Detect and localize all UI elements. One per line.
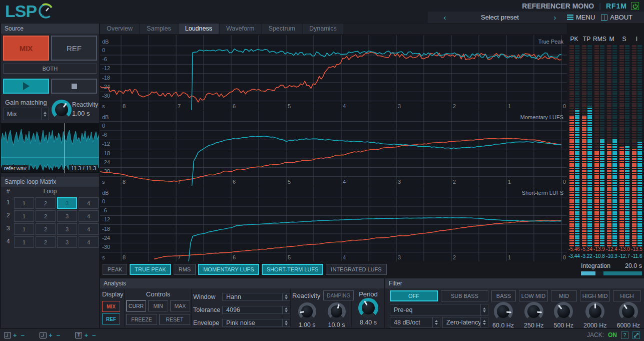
window-scale-icon[interactable] [4,332,11,338]
matrix-cell-button[interactable]: 3 [57,223,77,235]
matrix-cell-button[interactable]: 1 [14,210,34,222]
display-mix-toggle[interactable]: MIX [102,301,120,312]
toggle-peak[interactable]: PEAK [103,264,127,275]
control-reset[interactable]: RESET [159,314,190,325]
font-minus-button[interactable]: − [92,331,96,339]
stop-button[interactable] [51,79,97,94]
filter-band-high[interactable]: HIGH [613,290,641,301]
matrix-cell-button[interactable]: 2 [36,236,56,248]
status-bar: +− +− T +− JACK: ON ? [0,329,644,341]
meter-value-ref: -10.3 [605,253,618,260]
knob-pointer [325,300,347,322]
param-dropdown-window[interactable]: Hann [222,293,290,301]
about-button[interactable]: ABOUT [601,14,632,21]
param-row-envelope: EnvelopePink noise [193,316,290,329]
control-min[interactable]: MIN [148,300,168,311]
tab-loudness[interactable]: Loudness [179,24,219,34]
preset-label[interactable]: Select preset [450,14,550,21]
gain-mode-dropdown[interactable]: Mix [3,108,49,120]
power-button[interactable] [631,2,639,10]
help-button[interactable]: ? [621,331,628,339]
source-ref-button[interactable]: REF [51,36,97,61]
filter-freq-knob-2[interactable] [524,302,543,321]
analysis-reactivity-knob-1[interactable] [298,302,316,320]
matrix-cell-button[interactable]: 1 [14,197,34,209]
meter-value-ref: -3.44 [568,253,580,260]
scale2-minus-button[interactable]: − [57,331,61,339]
spinner-icon[interactable] [480,317,488,327]
period-knob[interactable] [358,298,378,318]
toggle-true-peak[interactable]: TRUE PEAK [130,264,171,275]
spinner-icon[interactable] [282,293,290,300]
svg-text:s: s [102,254,105,260]
control-freeze[interactable]: FREEZE [126,314,157,325]
source-both-button[interactable]: BOTH [3,64,97,74]
param-dropdown-envelope[interactable]: Pink noise [222,319,290,327]
tab-samples[interactable]: Samples [140,24,178,34]
waveform-filename: refer.wav [2,165,29,172]
spinner-icon[interactable] [41,108,49,120]
tab-overview[interactable]: Overview [100,24,139,34]
reference-waveform[interactable]: refer.wav 11.3 / 11.3 [1,123,99,173]
filter-freq-knob-1[interactable] [494,302,513,321]
control-curr[interactable]: CURR [126,300,146,311]
toggle-integrated-lufs[interactable]: INTEGRATED LUFS [326,264,386,275]
gain-reactivity-knob[interactable] [52,100,72,120]
filter-freq-knob-4[interactable] [585,302,604,321]
spinner-icon[interactable] [282,319,290,326]
scale2-plus-button[interactable]: + [49,331,53,339]
preset-next-button[interactable]: › [550,13,560,22]
matrix-cell-button[interactable]: 4 [79,236,99,248]
matrix-cell-button[interactable]: 3 [57,197,77,209]
latency-mode-dropdown[interactable]: Zero-latency (IIR) [442,317,488,328]
spinner-icon[interactable] [432,317,440,327]
matrix-cell-button[interactable]: 4 [79,197,99,209]
matrix-cell-button[interactable]: 4 [79,210,99,222]
tab-dynamics[interactable]: Dynamics [303,24,343,34]
tab-waveform[interactable]: Waveform [220,24,261,34]
spinner-icon[interactable] [480,304,488,315]
play-button[interactable] [3,79,49,94]
toggle-momentary-lufs[interactable]: MOMENTARY LUFS [198,264,259,275]
integration-fader[interactable] [581,271,642,275]
matrix-cell-button[interactable]: 1 [14,223,34,235]
matrix-cell-button[interactable]: 3 [57,210,77,222]
filter-band-sub-bass[interactable]: SUB BASS [441,290,488,301]
matrix-cell-button[interactable]: 4 [79,223,99,235]
matrix-cell-button[interactable]: 2 [36,223,56,235]
font-scale-icon[interactable]: T [75,332,82,338]
toggle-short-term-lufs[interactable]: SHORT-TERM LUFS [262,264,324,275]
filter-band-low-mid[interactable]: LOW MID [519,290,548,301]
toggle-rms[interactable]: RMS [174,264,196,275]
filter-band-bass[interactable]: BASS [491,290,516,301]
matrix-cell-button[interactable]: 2 [36,210,56,222]
slope-dropdown[interactable]: 48 dB/oct [390,317,440,328]
meter-bar-lit [619,147,624,246]
tab-spectrum[interactable]: Spectrum [262,24,302,34]
font-plus-button[interactable]: + [84,331,88,339]
pre-eq-dropdown[interactable]: Pre-eq [390,304,488,316]
fit-window-button[interactable] [632,331,640,339]
svg-text:3: 3 [398,254,401,260]
menu-button[interactable]: MENU [567,14,595,21]
reactivity-knob[interactable] [52,100,72,120]
meter-bar-lit [575,109,579,246]
param-dropdown-tolerance[interactable]: 4096 [222,306,290,314]
preset-prev-button[interactable]: ‹ [440,13,450,22]
filter-band-high-mid[interactable]: HIGH MID [580,290,610,301]
spinner-icon[interactable] [282,306,290,313]
window-scale2-icon[interactable] [40,332,47,338]
matrix-cell-button[interactable]: 2 [36,197,56,209]
damping-toggle[interactable]: DAMPING [323,290,354,300]
display-ref-toggle[interactable]: REF [102,313,120,324]
filter-freq-knob-5[interactable] [619,302,638,321]
matrix-cell-button[interactable]: 1 [14,236,34,248]
source-mix-button[interactable]: MIX [3,36,49,61]
matrix-cell-button[interactable]: 3 [57,236,77,248]
control-max[interactable]: MAX [170,300,190,311]
filter-band-off[interactable]: OFF [390,290,438,301]
analysis-reactivity-knob-2[interactable] [328,302,346,320]
scale-minus-button[interactable]: − [21,331,25,339]
filter-freq-knob-3[interactable] [554,302,573,321]
scale-plus-button[interactable]: + [13,331,17,339]
